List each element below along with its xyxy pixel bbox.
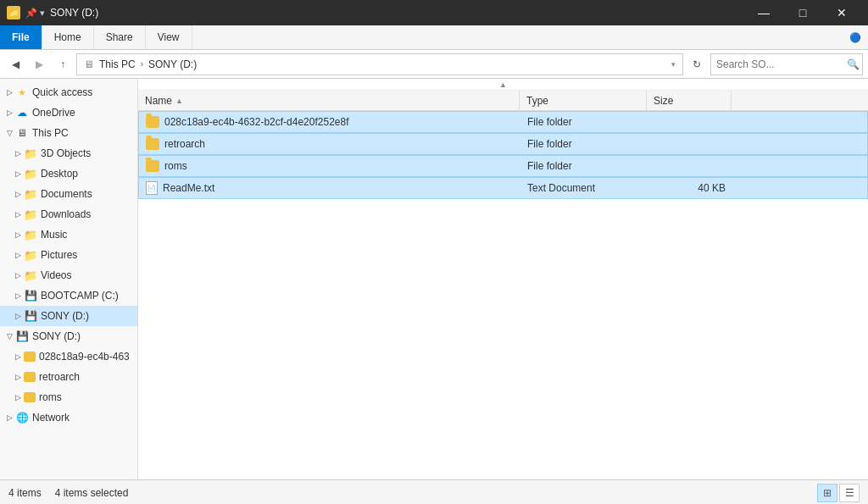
folder-icon: 📁	[24, 248, 37, 262]
tab-share[interactable]: Share	[94, 25, 146, 49]
file-name-cell: 📄 ReadMe.txt	[139, 181, 520, 195]
sort-arrow: ▲	[175, 97, 183, 105]
status-bar: 4 items 4 items selected ⊞ ☰	[0, 479, 868, 504]
folder-icon: 📁	[24, 269, 37, 282]
sidebar-label: retroarch	[39, 371, 80, 383]
pc-icon: 🖥	[15, 126, 29, 140]
path-dropdown-icon[interactable]: ▾	[671, 60, 676, 69]
drive-icon: 💾	[24, 289, 37, 302]
sidebar-item-this-pc[interactable]: ▽ 🖥 This PC	[0, 123, 137, 143]
file-type-cell: File folder	[520, 160, 648, 172]
sidebar-item-028c[interactable]: ▷ 028c18a9-ec4b-463	[0, 346, 137, 367]
path-icon: 🖥	[84, 58, 94, 70]
expand-icon: ▷	[12, 352, 24, 361]
folder-icon	[146, 160, 159, 172]
tab-file[interactable]: File	[0, 25, 42, 49]
back-button[interactable]: ◀	[5, 54, 25, 75]
drive-icon: 💾	[15, 330, 29, 343]
sidebar-item-retroarch[interactable]: ▷ retroarch	[0, 367, 137, 387]
col-header-size[interactable]: Size	[647, 91, 732, 111]
sidebar-item-downloads[interactable]: ▷ 📁 Downloads	[0, 204, 137, 224]
doc-icon: 📄	[146, 181, 158, 195]
sidebar-label: SONY (D:)	[32, 330, 81, 342]
file-type-cell: File folder	[520, 138, 648, 150]
file-name: roms	[164, 160, 187, 172]
selected-count: 4 items selected	[55, 487, 129, 499]
sidebar-item-music[interactable]: ▷ 📁 Music	[0, 224, 137, 245]
expand-icon: ▷	[12, 230, 24, 239]
sidebar-label: 028c18a9-ec4b-463	[39, 351, 130, 363]
help-icon[interactable]: 🔵	[849, 32, 861, 43]
expand-icon: ▷	[12, 312, 24, 320]
title-quick-access-btn[interactable]: 📌 ▾	[25, 8, 45, 19]
address-path[interactable]: 🖥 This PC › SONY (D:) ▾	[76, 53, 683, 75]
tab-view[interactable]: View	[146, 25, 192, 49]
sidebar-label: Pictures	[41, 249, 77, 261]
file-type-cell: Text Document	[520, 182, 648, 194]
search-input[interactable]	[716, 58, 843, 70]
sidebar-item-sony-d[interactable]: ▷ 💾 SONY (D:)	[0, 306, 137, 326]
tab-home[interactable]: Home	[42, 25, 94, 49]
expand-icon: ▷	[12, 271, 24, 280]
table-row[interactable]: roms File folder	[138, 155, 868, 177]
view-buttons: ⊞ ☰	[817, 484, 860, 502]
expand-icon: ▷	[12, 169, 24, 178]
sidebar-label: Network	[32, 412, 70, 424]
expand-icon: ▷	[3, 88, 15, 97]
file-name-cell: 028c18a9-ec4b-4632-b2cf-d4e20f252e8f	[139, 116, 520, 128]
sidebar-item-videos[interactable]: ▷ 📁 Videos	[0, 265, 137, 285]
sidebar-item-bootcamp[interactable]: ▷ 💾 BOOTCAMP (C:)	[0, 285, 137, 306]
expand-icon: ▽	[3, 129, 15, 137]
table-row[interactable]: retroarch File folder	[138, 133, 868, 155]
maximize-button[interactable]: □	[783, 0, 822, 25]
sidebar-label: Downloads	[41, 208, 91, 220]
table-row[interactable]: 📄 ReadMe.txt Text Document 40 KB	[138, 177, 868, 199]
col-header-name[interactable]: Name ▲	[138, 91, 520, 111]
expand-icon: ▷	[12, 291, 24, 300]
sidebar-label: Videos	[41, 269, 71, 281]
up-button[interactable]: ↑	[53, 54, 73, 75]
folder-icon: 📁	[24, 147, 37, 160]
close-button[interactable]: ✕	[822, 0, 861, 25]
sidebar-item-onedrive[interactable]: ▷ ☁ OneDrive	[0, 102, 137, 123]
title-bar-left: 📁 📌 ▾ SONY (D:)	[7, 6, 98, 19]
table-row[interactable]: 028c18a9-ec4b-4632-b2cf-d4e20f252e8f Fil…	[138, 111, 868, 133]
sidebar-item-network[interactable]: ▷ 🌐 Network	[0, 407, 137, 428]
path-thispc: This PC	[99, 58, 136, 70]
sidebar-item-documents[interactable]: ▷ 📁 Documents	[0, 184, 137, 204]
sidebar-label: BOOTCAMP (C:)	[41, 290, 119, 302]
folder-icon	[146, 116, 159, 128]
file-size-cell: 40 KB	[648, 182, 732, 194]
sidebar-item-3d-objects[interactable]: ▷ 📁 3D Objects	[0, 143, 137, 163]
folder-icon: 📁	[24, 187, 37, 201]
list-view-button[interactable]: ☰	[839, 484, 860, 502]
sidebar-item-sony-expanded[interactable]: ▽ 💾 SONY (D:)	[0, 326, 137, 346]
sidebar-item-pictures[interactable]: ▷ 📁 Pictures	[0, 245, 137, 265]
expand-icon: ▷	[12, 210, 24, 219]
folder-yellow-icon	[24, 392, 36, 402]
sidebar-label: OneDrive	[32, 107, 75, 119]
expand-icon: ▷	[12, 373, 24, 381]
content-area: ▲ Name ▲ Type Size 028c18a9-ec4b-4632-b2…	[138, 79, 868, 479]
ribbon: File Home Share View 🔵	[0, 25, 868, 50]
folder-yellow-icon	[24, 372, 36, 382]
search-box[interactable]: 🔍	[710, 53, 863, 75]
sidebar-item-quick-access[interactable]: ▷ ★ Quick access	[0, 82, 137, 102]
column-headers: Name ▲ Type Size	[138, 91, 868, 111]
sidebar-item-desktop[interactable]: ▷ 📁 Desktop	[0, 163, 137, 184]
folder-yellow-icon	[24, 352, 36, 362]
grid-view-button[interactable]: ⊞	[817, 484, 837, 502]
cloud-icon: ☁	[15, 106, 29, 119]
minimize-button[interactable]: —	[744, 0, 783, 25]
star-icon: ★	[15, 86, 29, 99]
item-count: 4 items	[8, 487, 42, 499]
col-header-type[interactable]: Type	[520, 91, 647, 111]
folder-icon: 📁	[24, 167, 37, 180]
window-title: SONY (D:)	[50, 7, 98, 19]
sidebar-label: roms	[39, 391, 62, 403]
sidebar-label: This PC	[32, 127, 69, 139]
refresh-button[interactable]: ↻	[687, 54, 707, 75]
forward-button[interactable]: ▶	[29, 54, 49, 75]
sidebar-item-roms[interactable]: ▷ roms	[0, 387, 137, 407]
file-name: ReadMe.txt	[163, 182, 214, 194]
